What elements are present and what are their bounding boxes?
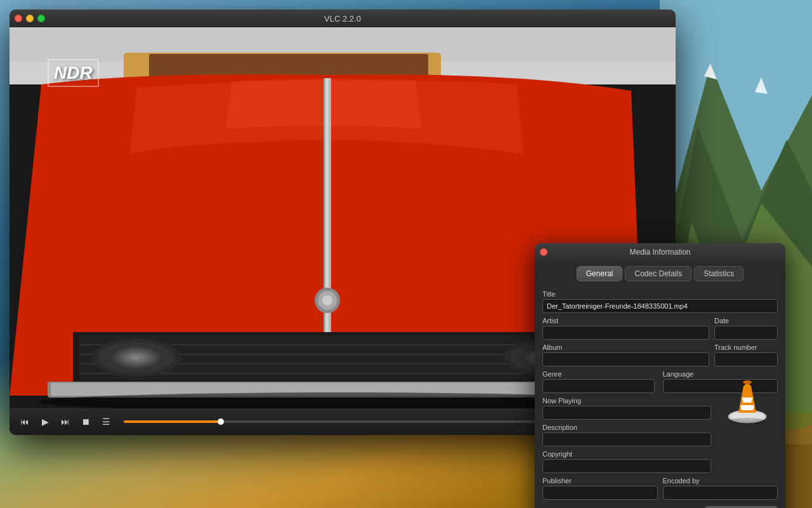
progress-fill (124, 420, 221, 423)
traffic-lights (15, 15, 45, 22)
fast-forward-button[interactable]: ⏭ (58, 414, 73, 429)
now-playing-input[interactable] (542, 406, 711, 420)
maximize-button[interactable] (37, 15, 45, 22)
rewind-button[interactable]: ⏮ (17, 414, 32, 429)
encoded-by-group: Encoded by (663, 477, 778, 500)
play-button[interactable]: ▶ (37, 414, 53, 429)
rewind-icon: ⏮ (20, 417, 29, 427)
title-field-row: Title (542, 290, 778, 313)
progress-thumb (218, 418, 224, 425)
tab-general[interactable]: General (577, 266, 623, 281)
track-number-group: Track number (714, 344, 778, 366)
tab-bar: General Codec Details Statistics (535, 261, 785, 285)
tab-codec-details[interactable]: Codec Details (625, 266, 691, 281)
track-number-label: Track number (714, 344, 778, 351)
dialog-title: Media Information (629, 248, 690, 257)
date-group: Date (714, 317, 778, 340)
genre-input[interactable] (542, 379, 655, 393)
genre-label: Genre (542, 370, 658, 378)
fast-forward-icon: ⏭ (61, 417, 70, 427)
publisher-encoded-row: Publisher Encoded by (542, 477, 778, 500)
stop-button[interactable]: ⏹ (78, 414, 93, 429)
copyright-row: Copyright (542, 450, 778, 473)
track-number-input[interactable] (714, 352, 778, 366)
date-input[interactable] (714, 326, 778, 340)
artist-date-row: Artist Date (542, 317, 778, 340)
publisher-input[interactable] (542, 486, 658, 500)
svg-point-38 (743, 380, 752, 384)
title-label: Title (542, 290, 778, 298)
window-title: VLC 2.2.0 (324, 14, 361, 23)
playlist-icon: ☰ (102, 417, 110, 427)
album-group: Album (542, 344, 709, 366)
description-label: Description (542, 424, 711, 431)
artist-group: Artist (542, 317, 709, 340)
media-info-dialog: Media Information General Codec Details … (535, 243, 785, 508)
svg-point-39 (730, 418, 765, 424)
close-button[interactable] (15, 15, 22, 22)
form-area: Title Artist Date Album Track number (535, 285, 785, 508)
copyright-input[interactable] (542, 459, 711, 473)
now-playing-label: Now Playing (542, 397, 711, 404)
genre-group: Genre (542, 370, 658, 393)
dialog-title-bar: Media Information (535, 243, 785, 261)
vlc-logo-container (717, 370, 778, 431)
svg-point-28 (111, 346, 162, 369)
date-label: Date (714, 317, 778, 324)
copyright-label: Copyright (542, 450, 711, 458)
artist-input[interactable] (542, 326, 709, 340)
playlist-button[interactable]: ☰ (98, 414, 114, 429)
ndr-logo: NDR (48, 59, 99, 87)
description-input[interactable] (542, 432, 711, 446)
album-input[interactable] (542, 352, 709, 366)
album-track-row: Album Track number (542, 344, 778, 366)
publisher-label: Publisher (542, 477, 658, 485)
dialog-close-button[interactable] (540, 248, 547, 256)
svg-point-19 (322, 295, 332, 305)
tab-statistics[interactable]: Statistics (694, 266, 743, 281)
title-input[interactable] (542, 299, 778, 313)
encoded-by-input[interactable] (663, 486, 778, 500)
encoded-by-label: Encoded by (663, 477, 778, 485)
artist-label: Artist (542, 317, 709, 324)
play-icon: ▶ (42, 417, 49, 427)
title-bar: VLC 2.2.0 (10, 10, 676, 27)
publisher-group: Publisher (542, 477, 658, 500)
genre-language-section: Genre Language Now Playing (542, 370, 778, 473)
album-label: Album (542, 344, 709, 351)
stop-icon: ⏹ (81, 417, 90, 427)
minimize-button[interactable] (26, 15, 34, 22)
